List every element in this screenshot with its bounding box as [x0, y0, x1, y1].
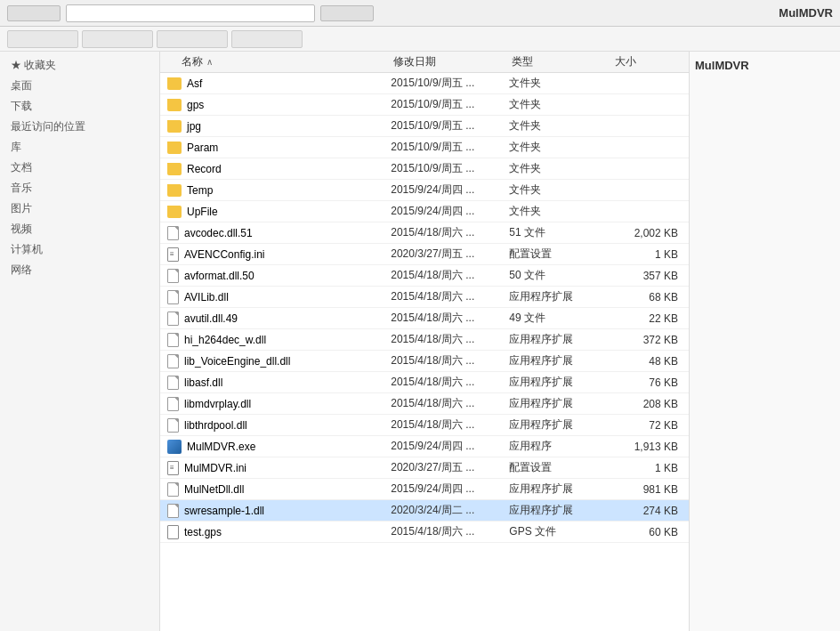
cell-size: 1,913 KB: [613, 441, 689, 453]
address-path[interactable]: [66, 4, 315, 22]
cell-size: 76 KB: [613, 376, 689, 389]
cell-name: avutil.dll.49: [160, 311, 391, 326]
table-row[interactable]: Record 2015/10/9/周五 ... 文件夹: [160, 158, 689, 180]
file-name: avcodec.dll.51: [184, 227, 253, 239]
table-row[interactable]: Asf 2015/10/9/周五 ... 文件夹: [160, 73, 689, 94]
folder-icon: [167, 120, 182, 133]
file-name: AVENCConfig.ini: [184, 248, 264, 261]
file-name: Asf: [187, 77, 202, 90]
column-name[interactable]: 名称 ∧: [160, 54, 393, 69]
table-row[interactable]: libasf.dll 2015/4/18/周六 ... 应用程序扩展 76 KB: [160, 372, 689, 393]
cell-name: Asf: [160, 77, 391, 90]
cell-type: 应用程序扩展: [509, 503, 612, 518]
cell-date: 2015/10/9/周五 ...: [391, 97, 509, 112]
table-row[interactable]: test.gps 2015/4/18/周六 ... GPS 文件 60 KB: [160, 522, 689, 543]
sidebar-item[interactable]: 计算机: [0, 239, 159, 260]
main-content: ★ 收藏夹 桌面 下载 最近访问的位置 库 文档 音乐 图片 视频 计算机 网络…: [0, 52, 840, 631]
file-icon: [167, 290, 179, 304]
table-row[interactable]: AVILib.dll 2015/4/18/周六 ... 应用程序扩展 68 KB: [160, 287, 689, 308]
cell-type: 应用程序扩展: [509, 353, 612, 368]
cell-type: 50 文件: [509, 268, 612, 283]
table-row[interactable]: MulMDVR.ini 2020/3/27/周五 ... 配置设置 1 KB: [160, 457, 689, 479]
cell-size: 274 KB: [613, 505, 689, 517]
file-icon: [167, 269, 179, 283]
column-size[interactable]: 大小: [615, 54, 689, 69]
top-bar: MulMDVR: [0, 0, 840, 27]
cell-size: 22 KB: [613, 312, 689, 325]
table-row[interactable]: jpg 2015/10/9/周五 ... 文件夹: [160, 116, 689, 137]
nav-back-btn[interactable]: [7, 5, 61, 21]
sidebar-item[interactable]: 库: [0, 137, 159, 158]
cell-name: lib_VoiceEngine_dll.dll: [160, 354, 391, 368]
sort-arrow-icon: ∧: [206, 57, 213, 67]
cell-type: 应用程序扩展: [509, 417, 612, 433]
column-type[interactable]: 类型: [512, 54, 615, 69]
cell-size: 1 KB: [613, 462, 689, 474]
sidebar-item[interactable]: 文档: [0, 158, 159, 178]
table-row[interactable]: gps 2015/10/9/周五 ... 文件夹: [160, 94, 689, 116]
cell-type: GPS 文件: [509, 524, 612, 539]
table-row[interactable]: hi_h264dec_w.dll 2015/4/18/周六 ... 应用程序扩展…: [160, 329, 689, 351]
sidebar-item[interactable]: 音乐: [0, 178, 159, 198]
cell-name: hi_h264dec_w.dll: [160, 333, 391, 347]
cell-name: libthrdpool.dll: [160, 418, 391, 433]
table-row[interactable]: avcodec.dll.51 2015/4/18/周六 ... 51 文件 2,…: [160, 222, 689, 244]
file-name: lib_VoiceEngine_dll.dll: [184, 355, 290, 368]
table-row[interactable]: UpFile 2015/9/24/周四 ... 文件夹: [160, 201, 689, 222]
cell-date: 2015/9/24/周四 ...: [391, 439, 509, 454]
breadcrumb-item[interactable]: [7, 30, 78, 48]
sidebar-item[interactable]: ★ 收藏夹: [0, 55, 159, 76]
cell-size: 72 KB: [613, 419, 689, 432]
cell-name: libasf.dll: [160, 376, 391, 390]
cell-date: 2015/10/9/周五 ...: [391, 118, 509, 133]
file-icon: [167, 333, 179, 347]
search-bar[interactable]: [320, 5, 374, 21]
sidebar-item[interactable]: 最近访问的位置: [0, 117, 159, 137]
cell-type: 49 文件: [509, 311, 612, 326]
cell-type: 文件夹: [509, 161, 612, 176]
table-row[interactable]: AVENCConfig.ini 2020/3/27/周五 ... 配置设置 1 …: [160, 244, 689, 265]
cell-date: 2015/4/18/周六 ...: [391, 311, 509, 326]
folder-icon: [167, 163, 182, 175]
cell-size: 372 KB: [613, 334, 689, 346]
column-date[interactable]: 修改日期: [393, 54, 512, 69]
sidebar-item[interactable]: 网络: [0, 260, 159, 280]
sidebar-item[interactable]: 视频: [0, 219, 159, 239]
sidebar-item[interactable]: 图片: [0, 198, 159, 219]
table-row[interactable]: avutil.dll.49 2015/4/18/周六 ... 49 文件 22 …: [160, 308, 689, 329]
cell-name: MulMDVR.exe: [160, 440, 391, 454]
cell-date: 2015/4/18/周六 ...: [391, 225, 509, 240]
cell-size: 60 KB: [613, 526, 689, 538]
table-row[interactable]: libthrdpool.dll 2015/4/18/周六 ... 应用程序扩展 …: [160, 415, 689, 436]
table-row[interactable]: MulMDVR.exe 2015/9/24/周四 ... 应用程序 1,913 …: [160, 436, 689, 457]
file-icon: [167, 482, 179, 497]
cell-date: 2020/3/27/周五 ...: [391, 460, 509, 475]
cell-date: 2015/9/24/周四 ...: [391, 182, 509, 198]
file-name: swresample-1.dll: [184, 505, 264, 517]
file-icon: [167, 226, 179, 240]
breadcrumb-item[interactable]: [82, 30, 153, 48]
file-name: jpg: [187, 120, 201, 133]
cell-type: 配置设置: [509, 247, 612, 262]
cell-type: 文件夹: [509, 76, 612, 91]
cell-size: 1 KB: [613, 248, 689, 261]
cell-size: 208 KB: [613, 398, 689, 410]
cell-date: 2015/4/18/周六 ...: [391, 289, 509, 304]
cell-type: 文件夹: [509, 140, 612, 155]
cell-name: avcodec.dll.51: [160, 226, 391, 240]
table-row[interactable]: swresample-1.dll 2020/3/24/周二 ... 应用程序扩展…: [160, 500, 689, 522]
table-row[interactable]: MulNetDll.dll 2015/9/24/周四 ... 应用程序扩展 98…: [160, 479, 689, 500]
file-name: AVILib.dll: [184, 291, 229, 303]
sidebar-item[interactable]: 桌面: [0, 76, 159, 96]
table-row[interactable]: libmdvrplay.dll 2015/4/18/周六 ... 应用程序扩展 …: [160, 393, 689, 415]
table-row[interactable]: lib_VoiceEngine_dll.dll 2015/4/18/周六 ...…: [160, 351, 689, 372]
table-row[interactable]: avformat.dll.50 2015/4/18/周六 ... 50 文件 3…: [160, 265, 689, 287]
sidebar-item[interactable]: 下载: [0, 96, 159, 117]
breadcrumb-item[interactable]: [231, 30, 303, 48]
table-row[interactable]: Param 2015/10/9/周五 ... 文件夹: [160, 137, 689, 158]
file-icon: [167, 418, 179, 433]
file-name: MulNetDll.dll: [184, 483, 244, 496]
table-row[interactable]: Temp 2015/9/24/周四 ... 文件夹: [160, 180, 689, 201]
cell-name: Temp: [160, 184, 391, 197]
breadcrumb-item[interactable]: [157, 30, 228, 48]
